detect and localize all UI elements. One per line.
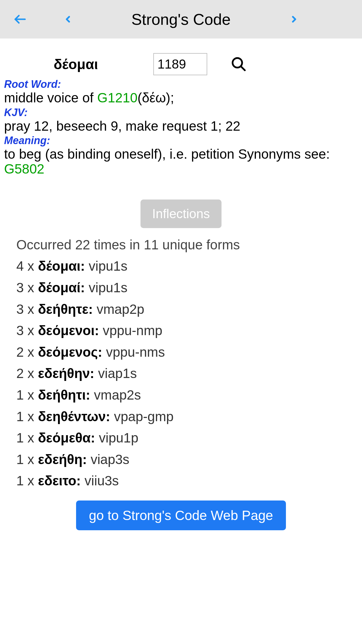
list-item: 1 x εδεήθη: viap3s: [16, 449, 358, 470]
root-text-before: middle voice of: [4, 90, 97, 105]
list-item: 2 x δεόμενος: vppu-nms: [16, 342, 358, 363]
back-button[interactable]: [13, 12, 27, 27]
page-title: Strong's Code: [0, 10, 362, 28]
header-bar: Strong's Code: [0, 0, 362, 38]
meaning-text-before: to beg (as binding oneself), i.e. petiti…: [4, 146, 330, 162]
content-area: δέομαι Root Word: middle voice of G1210(…: [0, 53, 362, 530]
inflection-list: 4 x δέομαι: vipu1s 3 x δέομαί: vipu1s 3 …: [16, 256, 358, 492]
kjv-label: KJV:: [4, 106, 358, 119]
meaning-label: Meaning:: [4, 134, 358, 147]
word-row: δέομαι: [4, 53, 358, 75]
list-item: 1 x δεήθητι: vmap2s: [16, 384, 358, 406]
strongs-code-input[interactable]: [153, 53, 207, 75]
kjv-text: pray 12, beseech 9, make request 1; 22: [4, 119, 358, 134]
list-item: 2 x εδεήθην: viap1s: [16, 363, 358, 384]
list-item: 3 x δέομαί: vipu1s: [16, 277, 358, 299]
next-button[interactable]: [289, 14, 299, 24]
list-item: 1 x δεόμεθα: vipu1p: [16, 427, 358, 449]
web-page-button[interactable]: go to Strong's Code Web Page: [76, 501, 286, 530]
greek-headword: δέομαι: [54, 56, 98, 72]
list-item: 1 x δεηθέντων: vpap-gmp: [16, 406, 358, 428]
inflections-button[interactable]: Inflections: [140, 200, 222, 228]
occurrence-summary: Occurred 22 times in 11 unique forms: [16, 237, 358, 253]
svg-line-2: [241, 66, 245, 70]
meaning-section: Meaning: to beg (as binding oneself), i.…: [4, 134, 358, 176]
meaning-link[interactable]: G5802: [4, 161, 44, 176]
root-link[interactable]: G1210: [97, 90, 138, 105]
root-word-label: Root Word:: [4, 78, 358, 90]
root-word-section: Root Word: middle voice of G1210(δέω);: [4, 78, 358, 105]
root-text-after: (δέω);: [138, 90, 174, 105]
prev-button[interactable]: [63, 14, 73, 24]
list-item: 3 x δεόμενοι: vppu-nmp: [16, 320, 358, 342]
list-item: 3 x δεήθητε: vmap2p: [16, 299, 358, 320]
list-item: 4 x δέομαι: vipu1s: [16, 256, 358, 277]
kjv-section: KJV: pray 12, beseech 9, make request 1;…: [4, 106, 358, 134]
search-icon[interactable]: [231, 56, 247, 72]
meaning-text: to beg (as binding oneself), i.e. petiti…: [4, 147, 358, 176]
root-word-text: middle voice of G1210(δέω);: [4, 90, 358, 105]
list-item: 1 x εδειτο: viiu3s: [16, 470, 358, 492]
